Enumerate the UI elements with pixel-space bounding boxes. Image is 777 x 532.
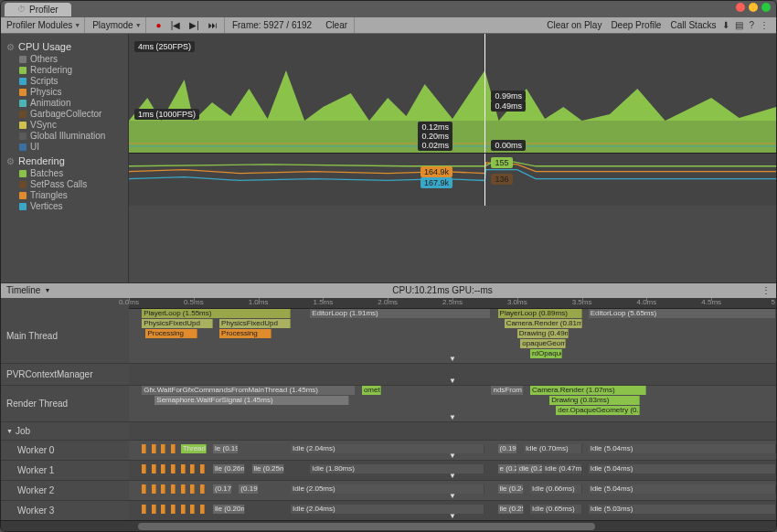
timeline-bar[interactable]: Idle (5.04ms) [589, 464, 776, 473]
expand-chevron-icon[interactable]: ▼ [449, 377, 456, 385]
section-title: Rendering [18, 155, 65, 166]
timeline-bar[interactable]: Semaphore.WaitForSignal (1.45ms) [154, 396, 348, 405]
timeline-bar[interactable]: Idle (0.66ms) [530, 484, 582, 494]
menu-icon[interactable]: ⋮ [760, 20, 769, 30]
timeline-bar[interactable]: Gfx.WaitForGfxCommandsFromMainThread (1.… [142, 386, 356, 395]
timeline-bar[interactable]: der.OpaqueGeometry (0.77m) [556, 406, 640, 415]
timeline-bar[interactable]: Idle (0.70ms) [524, 444, 582, 453]
timeline-bar[interactable]: (0.19) [498, 444, 517, 453]
cpu-usage-section[interactable]: ⚙ CPU Usage [6, 41, 122, 52]
timeline-bar[interactable]: lle (0.20ms) [213, 505, 245, 514]
timeline-bar[interactable]: Processing [219, 329, 271, 338]
timeline-bar[interactable]: e (0.21m [498, 464, 517, 473]
timeline-bar[interactable]: PlayerLoop (1.55ms) [142, 309, 291, 318]
expand-chevron-icon[interactable]: ▼ [449, 512, 456, 520]
timeline-bar[interactable]: le (0.19m [213, 444, 239, 453]
timeline-marker [190, 484, 195, 494]
rendering-section[interactable]: ⚙ Rendering [6, 155, 122, 166]
timeline-bar[interactable]: Camera.Render (1.07ms) [530, 386, 646, 395]
chevron-down-icon: ▼ [74, 22, 80, 28]
maximize-button[interactable] [761, 3, 771, 12]
legend-item[interactable]: Triangles [19, 190, 122, 200]
legend-item[interactable]: VSync [19, 120, 122, 130]
timeline-bar[interactable]: ometry [362, 386, 381, 395]
deep-profile-toggle[interactable]: Deep Profile [608, 20, 664, 30]
last-frame-button[interactable]: ⏭ [206, 20, 220, 30]
timeline-bar[interactable]: Drawing (0.49ms) [517, 329, 569, 338]
timeline-bar[interactable]: PhysicsFixedUpd [142, 319, 213, 328]
save-icon[interactable]: ▤ [735, 20, 743, 30]
timeline-bar[interactable]: opaqueGeometry [520, 339, 566, 348]
timeline-bar[interactable]: lle (0.26ms) [213, 464, 245, 473]
timeline-bar[interactable]: (0.17) [213, 484, 232, 494]
job-section-label[interactable]: ▼Job [1, 422, 129, 440]
timeline-bar[interactable]: dle (0.29ms) [517, 464, 543, 473]
legend-swatch [19, 56, 27, 63]
timeline-body[interactable]: Main Thread ▼ PlayerLoop (1.55ms)Physics… [1, 309, 776, 521]
legend-label: Rendering [30, 65, 72, 75]
timeline-bar[interactable]: PhysicsFixedUpd [219, 319, 291, 328]
clear-button[interactable]: Clear [323, 20, 350, 30]
next-frame-button[interactable]: ▶| [186, 20, 202, 30]
timeline-bar[interactable]: ndsFrom [491, 386, 523, 395]
expand-chevron-icon[interactable]: ▼ [449, 452, 456, 460]
timeline-bar[interactable]: Idle (5.04ms) [589, 444, 776, 453]
timeline-bar[interactable]: Idle (1.80ms) [310, 464, 484, 473]
call-stacks-toggle[interactable]: Call Stacks [667, 20, 718, 30]
timeline-bar[interactable]: lle (0.24m [498, 484, 524, 494]
timeline-bar[interactable]: Idle (0.47ms) [543, 464, 581, 473]
minimize-button[interactable] [749, 3, 758, 12]
record-button[interactable]: ● [154, 20, 165, 30]
timeline-bar[interactable]: Thread2 [181, 444, 207, 453]
timeline-menu-icon[interactable]: ⋮ [756, 285, 776, 295]
cpu-usage-chart[interactable]: 4ms (250FPS) 1ms (1000FPS) 0.99ms0.49ms0… [129, 34, 776, 153]
legend-item[interactable]: Scripts [19, 76, 122, 86]
help-icon[interactable]: ? [749, 20, 754, 30]
close-button[interactable] [736, 3, 745, 12]
horizontal-scrollbar[interactable] [1, 520, 776, 531]
timeline-bar[interactable]: PlayerLoop (0.89ms) [498, 309, 582, 318]
legend-item[interactable]: Global Illumination [19, 131, 122, 141]
clear-on-play-toggle[interactable]: Clear on Play [544, 20, 604, 30]
tab-profiler[interactable]: ⏱ Profiler [5, 3, 71, 16]
legend-item[interactable]: Animation [19, 98, 122, 108]
expand-chevron-icon[interactable]: ▼ [449, 355, 456, 363]
timeline-bar[interactable]: (0.19) [239, 484, 258, 494]
load-icon[interactable]: ⬇ [722, 20, 729, 30]
timeline-bar[interactable]: EditorLoop (1.91ms) [310, 309, 491, 318]
timeline-view-dropdown[interactable]: Timeline ▼ [1, 285, 129, 295]
legend-item[interactable]: GarbageCollector [19, 109, 122, 119]
legend-label: Vertices [30, 201, 63, 211]
legend-item[interactable]: SetPass Calls [19, 179, 122, 189]
legend-item[interactable]: Vertices [19, 201, 122, 211]
playmode-dropdown[interactable]: Playmode ▼ [89, 17, 145, 33]
expand-chevron-icon[interactable]: ▼ [449, 492, 456, 500]
scrollbar-thumb[interactable] [138, 523, 595, 530]
prev-frame-button[interactable]: |◀ [168, 20, 184, 30]
timeline-bar[interactable]: Processing [145, 329, 197, 338]
legend-item[interactable]: Others [19, 54, 122, 64]
timeline-bar[interactable]: Camera.Render (0.81ms) [505, 319, 582, 328]
playhead-line[interactable] [484, 154, 485, 206]
timeline-bar[interactable]: lle (0.25ms) [498, 505, 524, 514]
expand-chevron-icon[interactable]: ▼ [449, 472, 456, 480]
legend-swatch [19, 89, 27, 96]
expand-chevron-icon[interactable]: ▼ [449, 413, 456, 421]
legend-item[interactable]: UI [19, 142, 122, 152]
thread-label-worker: Worker 0 [1, 441, 129, 460]
timeline-bar[interactable]: Drawing (0.83ms) [549, 396, 640, 405]
legend-item[interactable]: Physics [19, 87, 122, 97]
timeline-bar[interactable]: rdOpaque.Ren [530, 349, 562, 358]
timeline-marker [171, 464, 176, 473]
timeline-bar[interactable]: Idle (5.04ms) [589, 484, 776, 494]
timeline-bar[interactable]: EditorLoop (5.65ms) [589, 309, 776, 318]
timeline-bar[interactable]: Idle (0.65ms) [530, 505, 582, 514]
playhead-line[interactable] [484, 34, 485, 153]
legend-item[interactable]: Rendering [19, 65, 122, 75]
timeline-bar[interactable]: lle (0.25ms) [252, 464, 284, 473]
legend-item[interactable]: Batches [19, 168, 122, 178]
timeline-bar[interactable]: Idle (5.03ms) [589, 505, 776, 514]
rendering-chart[interactable]: 164.9k167.9k155136 [129, 153, 776, 206]
profiler-modules-dropdown[interactable]: Profiler Modules ▼ [3, 17, 85, 33]
time-ruler[interactable]: 0.0ms0.5ms1.0ms1.5ms2.0ms2.5ms3.0ms3.5ms… [129, 298, 776, 309]
